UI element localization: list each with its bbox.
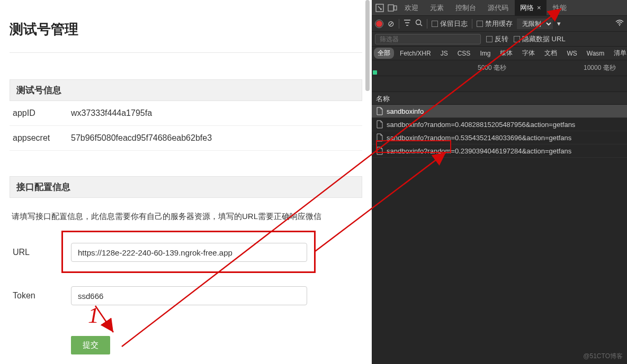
filter-doc[interactable]: 文档 xyxy=(541,48,561,59)
disable-cache-checkbox[interactable]: 禁用缓存 xyxy=(477,19,513,29)
request-type-filters: 全部 Fetch/XHR JS CSS Img 媒体 字体 文档 WS Wasm… xyxy=(372,47,627,60)
filter-media[interactable]: 媒体 xyxy=(496,48,516,59)
device-toggle-icon[interactable] xyxy=(387,2,398,14)
request-row[interactable]: sandboxinfo xyxy=(372,105,627,118)
form-row-token: Token xyxy=(10,283,362,308)
file-icon xyxy=(376,133,383,142)
devtools-panel: 欢迎 元素 控制台 源代码 网络× 性能 ⊘ 保留日志 禁用缓存 无限制 ▾ xyxy=(372,0,627,364)
page-title: 测试号管理 xyxy=(10,0,362,53)
tab-elements[interactable]: 元素 xyxy=(425,0,449,16)
hide-data-urls-checkbox[interactable]: 隐藏数据 URL xyxy=(514,34,566,44)
toolbar-divider xyxy=(472,19,472,29)
tab-console[interactable]: 控制台 xyxy=(450,0,481,16)
token-input[interactable] xyxy=(71,286,307,305)
devtools-toolbar: ⊘ 保留日志 禁用缓存 无限制 ▾ xyxy=(372,16,627,32)
url-input[interactable] xyxy=(71,243,307,262)
svg-rect-1 xyxy=(388,5,393,11)
filter-input[interactable] xyxy=(375,34,481,44)
appid-label: appID xyxy=(13,108,71,118)
appsecret-label: appsecret xyxy=(13,133,71,143)
tab-welcome[interactable]: 欢迎 xyxy=(399,0,424,16)
preserve-log-checkbox[interactable]: 保留日志 xyxy=(432,19,468,29)
record-button[interactable] xyxy=(375,20,383,28)
wechat-sandbox-panel: 测试号管理 测试号信息 appID wx37333f444a1795fa app… xyxy=(0,0,372,364)
filter-all[interactable]: 全部 xyxy=(374,48,394,59)
filter-font[interactable]: 字体 xyxy=(518,48,539,59)
toolbar-divider xyxy=(427,19,427,29)
section-interface-heading: 接口配置信息 xyxy=(10,176,362,198)
submit-button[interactable]: 提交 xyxy=(71,336,110,354)
svg-point-3 xyxy=(416,20,421,25)
file-icon xyxy=(376,120,383,129)
filter-xhr[interactable]: Fetch/XHR xyxy=(396,49,435,58)
request-name: sandboxinfo xyxy=(387,107,424,115)
form-row-url: URL xyxy=(10,240,362,265)
timeline-tick-10000: 10000 毫秒 xyxy=(584,63,616,72)
request-row[interactable]: sandboxinfo?random=0.5354352148033696&ac… xyxy=(372,131,627,144)
request-name: sandboxinfo?random=0.40828815205487956&a… xyxy=(387,121,575,129)
inspect-icon[interactable] xyxy=(374,2,386,14)
svg-point-4 xyxy=(619,25,620,26)
row-appsecret: appsecret 57b96f5080feacd95f74686eab62bf… xyxy=(10,126,362,151)
request-row[interactable]: sandboxinfo?random=0.2390394046197284&ac… xyxy=(372,144,627,158)
column-header-name[interactable]: 名称 xyxy=(372,92,627,105)
invert-checkbox[interactable]: 反转 xyxy=(486,34,508,44)
waterfall-strip[interactable] xyxy=(372,76,627,92)
request-name: sandboxinfo?random=0.5354352148033696&ac… xyxy=(387,134,571,142)
filter-css[interactable]: CSS xyxy=(454,49,474,58)
clear-button[interactable]: ⊘ xyxy=(388,19,395,29)
request-row[interactable]: sandboxinfo?random=0.40828815205487956&a… xyxy=(372,118,627,131)
interface-hint: 请填写接口配置信息，此信息需要你有自己的服务器资源，填写的URL需要正确响应微信 xyxy=(10,198,362,229)
file-icon xyxy=(376,107,383,115)
filter-row: 反转 隐藏数据 URL xyxy=(372,32,627,47)
search-icon[interactable] xyxy=(415,19,423,28)
watermark: @51CTO博客 xyxy=(583,352,623,361)
svg-rect-2 xyxy=(394,6,397,10)
filter-wasm[interactable]: Wasm xyxy=(583,49,608,58)
token-label: Token xyxy=(10,291,71,301)
section-test-info-heading: 测试号信息 xyxy=(10,79,362,101)
url-label: URL xyxy=(10,248,71,257)
left-scrollbar[interactable] xyxy=(365,0,370,91)
annotation-number-1: 1 xyxy=(88,303,99,328)
network-conditions-icon[interactable] xyxy=(615,20,624,28)
file-icon xyxy=(376,147,383,155)
timeline-overview[interactable]: 5000 毫秒 10000 毫秒 xyxy=(372,60,627,76)
close-icon[interactable]: × xyxy=(537,4,541,12)
request-name: sandboxinfo?random=0.2390394046197284&ac… xyxy=(387,147,571,155)
devtools-tabs: 欢迎 元素 控制台 源代码 网络× 性能 xyxy=(372,0,627,16)
row-appid: appID wx37333f444a1795fa xyxy=(10,101,362,126)
filter-ws[interactable]: WS xyxy=(563,49,580,58)
request-list: sandboxinfo sandboxinfo?random=0.4082881… xyxy=(372,105,627,364)
filter-toggle-icon[interactable] xyxy=(404,20,411,28)
tab-performance[interactable]: 性能 xyxy=(548,0,572,16)
appid-value: wx37333f444a1795fa xyxy=(71,108,359,118)
timeline-tick-5000: 5000 毫秒 xyxy=(478,63,506,72)
test-info-table: appID wx37333f444a1795fa appsecret 57b96… xyxy=(10,101,362,151)
tab-sources[interactable]: 源代码 xyxy=(482,0,514,16)
toolbar-divider xyxy=(399,19,399,29)
timeline-start-marker xyxy=(373,70,377,75)
tab-network[interactable]: 网络× xyxy=(515,0,547,16)
filter-js[interactable]: JS xyxy=(437,49,452,58)
filter-manifest[interactable]: 清单 xyxy=(610,48,627,59)
filter-img[interactable]: Img xyxy=(476,49,494,58)
appsecret-value: 57b96f5080feacd95f74686eab62bfe3 xyxy=(71,133,359,143)
throttling-select[interactable]: 无限制 xyxy=(517,19,553,29)
